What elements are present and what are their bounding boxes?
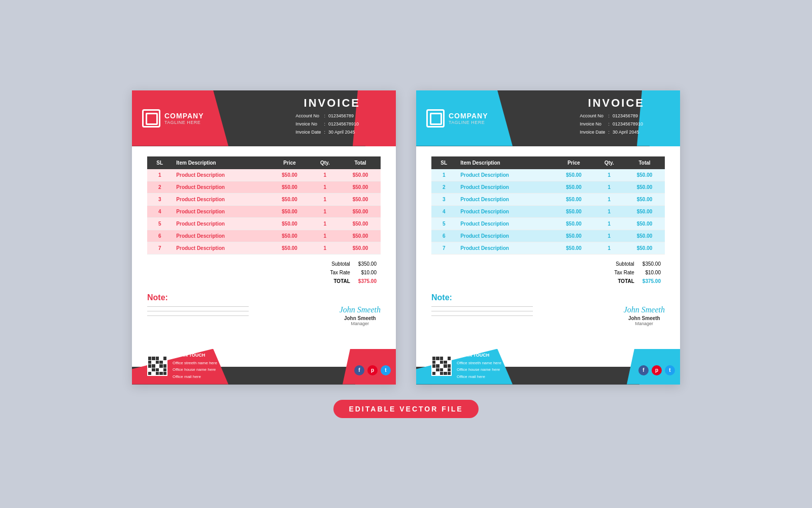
cell-sl: 1 [431, 169, 456, 181]
cell-sl: 7 [431, 242, 456, 254]
cell-price: $50.00 [554, 217, 594, 230]
cell-sl: 2 [431, 181, 456, 193]
cell-sl: 1 [147, 169, 172, 181]
table-row: 7 Product Description $50.00 1 $50.00 [147, 242, 381, 254]
cell-qty: 1 [594, 169, 625, 181]
sig-block-blue: John Smeeth John Smeeth Manager [624, 305, 665, 326]
cell-sl: 6 [147, 230, 172, 242]
cell-total: $50.00 [624, 181, 665, 193]
cell-qty: 1 [594, 242, 625, 254]
cell-total: $50.00 [340, 181, 381, 193]
totals-table-red: Subtotal$350.00 Tax Rate$10.00 TOTAL$375… [326, 260, 381, 285]
contact-text-red: GET IN TOUCH Office streeth name here Of… [173, 352, 217, 380]
acc-label-blue: Account No [578, 112, 606, 120]
cell-total: $50.00 [340, 242, 381, 254]
note-label-red: Note: [147, 293, 249, 302]
totals-blue: Subtotal$350.00 Tax Rate$10.00 TOTAL$375… [431, 260, 665, 285]
total-label-red: TOTAL [326, 277, 354, 285]
social-twitter-red: t [381, 365, 391, 375]
cell-qty: 1 [310, 205, 341, 217]
cell-total: $50.00 [340, 193, 381, 205]
sig-name-blue: John Smeeth [624, 315, 665, 321]
sig-script-red: John Smeeth [340, 305, 381, 314]
note-lines-blue [431, 306, 533, 316]
cell-desc: Product Description [172, 169, 269, 181]
cell-total: $50.00 [624, 230, 665, 242]
invoice-header-red: COMPANY TAGLINE HERE INVOICE Account No:… [132, 90, 396, 146]
header-details-blue: Account No:0123456789 Invoice No:0123456… [578, 112, 645, 137]
th-desc-red: Item Description [172, 156, 269, 169]
th-sl-blue: SL [431, 156, 456, 169]
invoice-red: COMPANY TAGLINE HERE INVOICE Account No:… [132, 90, 396, 385]
tagline-blue: TAGLINE HERE [449, 120, 488, 125]
logo-text-red: COMPANY TAGLINE HERE [164, 112, 204, 125]
note-line-1-blue [431, 306, 533, 307]
invoice-footer-blue: GET IN TOUCH Office streeth name here Of… [416, 349, 680, 385]
cell-qty: 1 [594, 193, 625, 205]
acc-value-red: 0123456789 [327, 112, 360, 120]
cell-price: $50.00 [269, 169, 310, 181]
sig-block-red: John Smeeth John Smeeth Manager [340, 305, 381, 326]
acc-label-red: Account No [294, 112, 322, 120]
th-total-red: Total [340, 156, 381, 169]
total-value-blue: $375.00 [638, 277, 665, 285]
invoice-body-red: SL Item Description Price Qty. Total 1 P… [132, 146, 396, 349]
tax-value-blue: $10.00 [638, 268, 665, 277]
cell-desc: Product Description [456, 193, 553, 205]
cell-total: $50.00 [340, 169, 381, 181]
note-line-1-red [147, 306, 249, 307]
cell-desc: Product Description [172, 242, 269, 254]
total-value-red: $375.00 [354, 277, 381, 285]
cell-price: $50.00 [269, 205, 310, 217]
cell-price: $50.00 [269, 217, 310, 230]
qr-code-red [147, 356, 167, 376]
cell-sl: 3 [147, 193, 172, 205]
footer-contact-red: GET IN TOUCH Office streeth name here Of… [147, 352, 217, 380]
cell-qty: 1 [310, 217, 341, 230]
cell-qty: 1 [594, 181, 625, 193]
accent-right-red [365, 90, 396, 146]
table-row: 4 Product Description $50.00 1 $50.00 [147, 205, 381, 217]
logo-icon-red [142, 109, 160, 128]
contact-line1-blue: Office streeth name here [457, 360, 501, 367]
cell-sl: 2 [147, 181, 172, 193]
cell-desc: Product Description [172, 193, 269, 205]
subtotal-value-blue: $350.00 [638, 260, 665, 268]
cell-qty: 1 [594, 205, 625, 217]
tagline-red: TAGLINE HERE [164, 120, 204, 125]
cell-desc: Product Description [456, 169, 553, 181]
social-pinterest-red: p [367, 365, 378, 375]
cell-qty: 1 [310, 230, 341, 242]
cell-sl: 6 [431, 230, 456, 242]
subtotal-label-blue: Subtotal [610, 260, 638, 268]
cell-sl: 4 [431, 205, 456, 217]
table-row: 3 Product Description $50.00 1 $50.00 [147, 193, 381, 205]
sig-name-red: John Smeeth [340, 315, 381, 321]
invoices-container: COMPANY TAGLINE HERE INVOICE Account No:… [132, 90, 680, 385]
cell-price: $50.00 [554, 193, 594, 205]
cell-desc: Product Description [172, 217, 269, 230]
cell-desc: Product Description [456, 242, 553, 254]
cell-desc: Product Description [456, 205, 553, 217]
cell-total: $50.00 [624, 193, 665, 205]
cell-sl: 3 [431, 193, 456, 205]
cell-price: $50.00 [554, 169, 594, 181]
cell-desc: Product Description [172, 181, 269, 193]
table-row: 5 Product Description $50.00 1 $50.00 [147, 217, 381, 230]
cell-qty: 1 [594, 230, 625, 242]
tax-label-red: Tax Rate [326, 268, 354, 277]
social-twitter-blue: t [665, 365, 675, 375]
subtotal-value-red: $350.00 [354, 260, 381, 268]
contact-line2-red: Office house name here [173, 366, 217, 373]
cell-price: $50.00 [269, 193, 310, 205]
note-label-blue: Note: [431, 293, 533, 302]
footer-social-red: f p t [354, 365, 391, 375]
footer-social-blue: f p t [638, 365, 675, 375]
invoice-title-blue: INVOICE [588, 97, 645, 110]
th-price-red: Price [269, 156, 310, 169]
accent-right-blue [650, 90, 680, 146]
cell-desc: Product Description [172, 205, 269, 217]
totals-table-blue: Subtotal$350.00 Tax Rate$10.00 TOTAL$375… [610, 260, 665, 285]
table-row: 5 Product Description $50.00 1 $50.00 [431, 217, 665, 230]
invoice-footer-red: GET IN TOUCH Office streeth name here Of… [132, 349, 396, 385]
